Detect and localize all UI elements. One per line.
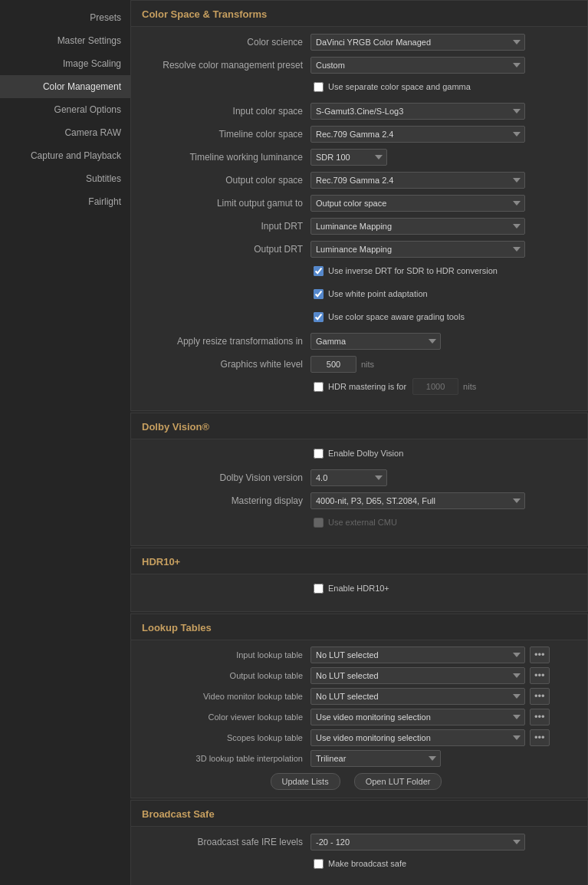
output-lut-row: Output lookup table No LUT selected ••• <box>142 667 577 684</box>
scopes-lut-row: Scopes lookup table Use video monitoring… <box>142 729 577 746</box>
sidebar-item-image-scaling[interactable]: Image Scaling <box>0 52 130 75</box>
cs-aware-checkbox-row: Use color space aware grading tools <box>310 312 465 322</box>
limit-output-label: Limit output gamut to <box>142 198 310 209</box>
color-viewer-lut-row: Color viewer lookup table Use video moni… <box>142 709 577 725</box>
sidebar-item-color-management[interactable]: Color Management <box>0 75 130 98</box>
timeline-color-label: Timeline color space <box>142 129 310 140</box>
open-lut-folder-button[interactable]: Open LUT Folder <box>354 773 442 790</box>
make-safe-row: Make broadcast safe <box>142 856 577 874</box>
ext-cmu-checkbox[interactable] <box>314 518 324 528</box>
video-monitor-lut-label: Video monitor lookup table <box>142 692 310 701</box>
sidebar-item-master-settings[interactable]: Master Settings <box>0 29 130 52</box>
input-drt-select[interactable]: Luminance Mapping <box>310 218 525 235</box>
dolby-version-row: Dolby Vision version 4.0 2.9 <box>142 469 577 487</box>
color-viewer-lut-control: Use video monitoring selection No LUT se… <box>310 709 550 725</box>
hdr-mastering-label[interactable]: HDR mastering is for <box>328 382 406 391</box>
input-lut-select[interactable]: No LUT selected <box>310 646 525 663</box>
scopes-lut-control: Use video monitoring selection No LUT se… <box>310 729 550 746</box>
color-science-row: Color science DaVinci YRGB Color Managed <box>142 33 577 51</box>
mastering-display-label: Mastering display <box>142 495 310 506</box>
lut-section: Lookup Tables Input lookup table No LUT … <box>130 614 588 798</box>
timeline-color-row: Timeline color space Rec.709 Gamma 2.4 <box>142 125 577 143</box>
sep-checkbox-row: Use separate color space and gamma <box>310 82 471 92</box>
sep-color-space-label[interactable]: Use separate color space and gamma <box>328 82 471 91</box>
timeline-lum-select[interactable]: SDR 100 <box>310 149 387 166</box>
ire-row: Broadcast safe IRE levels -20 - 120 0 - … <box>142 833 577 851</box>
output-color-control: Rec.709 Gamma 2.4 <box>310 172 577 189</box>
scopes-lut-select[interactable]: Use video monitoring selection No LUT se… <box>310 729 525 746</box>
mastering-display-select[interactable]: 4000-nit, P3, D65, ST.2084, Full <box>310 492 525 509</box>
ext-cmu-row: Use external CMU <box>142 515 577 533</box>
sidebar-item-general-options[interactable]: General Options <box>0 98 130 121</box>
lut-btn-row: Update Lists Open LUT Folder <box>142 773 577 790</box>
make-safe-label[interactable]: Make broadcast safe <box>328 859 406 868</box>
video-monitor-lut-dots-btn[interactable]: ••• <box>530 688 550 705</box>
apply-resize-control: Gamma Linear <box>310 333 577 350</box>
white-point-checkbox-row: Use white point adaptation <box>310 289 428 299</box>
sidebar-item-presets[interactable]: Presets <box>0 6 130 29</box>
color-viewer-lut-select[interactable]: Use video monitoring selection No LUT se… <box>310 709 525 725</box>
white-point-checkbox[interactable] <box>314 289 324 299</box>
cs-aware-row: Use color space aware grading tools <box>142 309 577 327</box>
hdr-mastering-unit: nits <box>463 382 476 391</box>
video-monitor-lut-select[interactable]: No LUT selected <box>310 688 525 705</box>
make-safe-checkbox[interactable] <box>314 859 324 869</box>
sep-color-space-checkbox[interactable] <box>314 82 324 92</box>
enable-dolby-checkbox-row: Enable Dolby Vision <box>310 449 403 459</box>
color-science-select[interactable]: DaVinci YRGB Color Managed <box>310 34 525 51</box>
sidebar-item-fairlight[interactable]: Fairlight <box>0 190 130 213</box>
ire-select[interactable]: -20 - 120 0 - 100 7.5 - 100 <box>310 834 525 850</box>
output-drt-select[interactable]: Luminance Mapping <box>310 241 525 258</box>
color-viewer-lut-dots-btn[interactable]: ••• <box>530 709 550 725</box>
inverse-drt-label[interactable]: Use inverse DRT for SDR to HDR conversio… <box>328 266 498 275</box>
interpolation-select[interactable]: Trilinear Tetrahedral <box>310 750 441 767</box>
sidebar-item-subtitles[interactable]: Subtitles <box>0 167 130 190</box>
sep-row: Use separate color space and gamma <box>142 79 577 97</box>
cs-aware-checkbox[interactable] <box>314 312 324 322</box>
output-drt-label: Output DRT <box>142 244 310 255</box>
input-color-select[interactable]: S-Gamut3.Cine/S-Log3 <box>310 103 525 120</box>
input-lut-control: No LUT selected ••• <box>310 646 550 663</box>
output-lut-select[interactable]: No LUT selected <box>310 667 525 684</box>
input-drt-control: Luminance Mapping <box>310 218 577 235</box>
ire-control: -20 - 120 0 - 100 7.5 - 100 <box>310 834 577 850</box>
enable-dolby-checkbox[interactable] <box>314 449 324 459</box>
inverse-drt-checkbox[interactable] <box>314 266 324 276</box>
white-point-label[interactable]: Use white point adaptation <box>328 289 428 298</box>
preset-control: Custom <box>310 57 577 74</box>
dolby-version-label: Dolby Vision version <box>142 472 310 483</box>
timeline-color-select[interactable]: Rec.709 Gamma 2.4 <box>310 126 525 143</box>
ext-cmu-label: Use external CMU <box>328 518 397 527</box>
hdr-mastering-checkbox-row: HDR mastering is for nits <box>310 378 476 395</box>
input-lut-label: Input lookup table <box>142 650 310 660</box>
input-lut-dots-btn[interactable]: ••• <box>530 646 550 663</box>
hdr-mastering-input[interactable] <box>412 378 458 395</box>
lut-title: Lookup Tables <box>131 614 587 640</box>
output-color-select[interactable]: Rec.709 Gamma 2.4 <box>310 172 525 189</box>
sidebar: PresetsMaster SettingsImage ScalingColor… <box>0 0 130 885</box>
enable-hdr10-label[interactable]: Enable HDR10+ <box>328 584 389 593</box>
scopes-lut-label: Scopes lookup table <box>142 733 310 742</box>
input-color-label: Input color space <box>142 106 310 117</box>
output-lut-label: Output lookup table <box>142 671 310 680</box>
enable-dolby-label[interactable]: Enable Dolby Vision <box>328 449 403 458</box>
cs-aware-label[interactable]: Use color space aware grading tools <box>328 312 465 321</box>
scopes-lut-dots-btn[interactable]: ••• <box>530 729 550 746</box>
update-lists-button[interactable]: Update Lists <box>271 773 340 790</box>
timeline-lum-row: Timeline working luminance SDR 100 <box>142 148 577 166</box>
enable-hdr10-checkbox[interactable] <box>314 584 324 594</box>
mastering-display-row: Mastering display 4000-nit, P3, D65, ST.… <box>142 492 577 510</box>
apply-resize-select[interactable]: Gamma Linear <box>310 333 441 350</box>
white-point-row: Use white point adaptation <box>142 286 577 304</box>
limit-output-select[interactable]: Output color space <box>310 195 525 212</box>
graphics-white-input[interactable] <box>310 356 356 373</box>
broadcast-safe-title: Broadcast Safe <box>131 801 587 827</box>
sidebar-item-capture-playback[interactable]: Capture and Playback <box>0 144 130 167</box>
dolby-version-select[interactable]: 4.0 2.9 <box>310 469 387 486</box>
preset-select[interactable]: Custom <box>310 57 525 74</box>
apply-resize-row: Apply resize transformations in Gamma Li… <box>142 332 577 350</box>
timeline-color-control: Rec.709 Gamma 2.4 <box>310 126 577 143</box>
hdr-mastering-checkbox[interactable] <box>314 382 324 392</box>
sidebar-item-camera-raw[interactable]: Camera RAW <box>0 121 130 144</box>
output-lut-dots-btn[interactable]: ••• <box>530 667 550 684</box>
